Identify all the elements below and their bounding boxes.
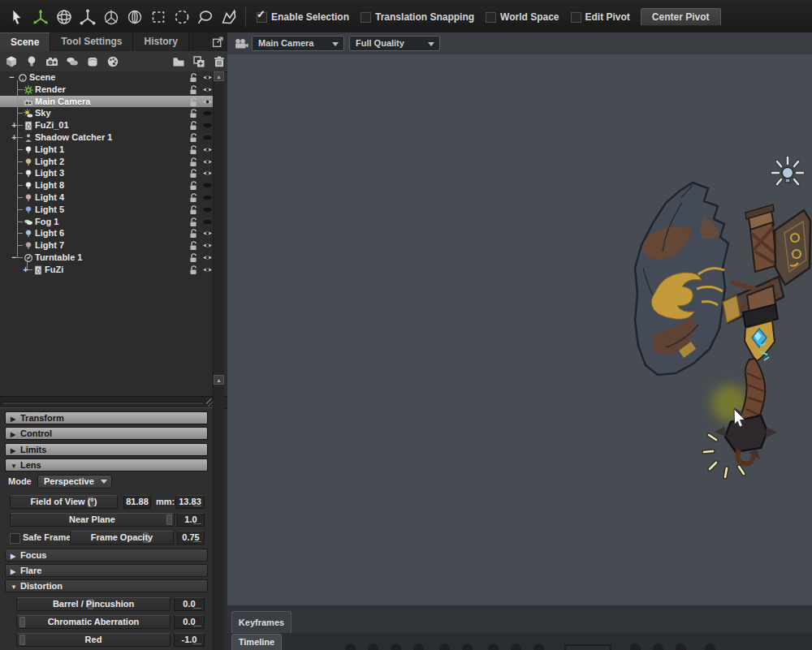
eye-closed-icon[interactable] [202,134,213,141]
lock-open-icon[interactable] [189,133,197,143]
eye-closed-icon[interactable] [202,182,213,189]
tree-item-fuzi[interactable]: + FuZi [0,264,213,277]
checkbox-icon[interactable] [361,12,371,23]
tree-item-shadow-catcher-1[interactable]: + Shadow Catcher 1 [0,131,213,144]
near-plane-value[interactable]: 1.0 [177,513,205,527]
add-light-icon[interactable] [24,54,41,70]
popout-icon[interactable] [212,36,224,48]
eye-open-icon[interactable] [202,74,213,81]
tree-item-turntable-1[interactable]: − Turntable 1 [0,252,213,265]
tree-item-light-5[interactable]: Light 5 [0,204,213,217]
eye-open-icon[interactable] [202,146,213,153]
tree-scrollbar[interactable]: ▲ ▼ [213,71,224,396]
slider-notch[interactable] [19,635,25,645]
tree-item-light-6[interactable]: Light 6 [0,227,213,240]
lock-open-icon[interactable] [189,265,197,275]
tree-item-light-1[interactable]: Light 1 [0,144,213,157]
section-flare[interactable]: ▶Flare [5,564,208,577]
tree-item-sky[interactable]: Sky [0,107,213,120]
red-slider-button[interactable]: Red [16,633,171,647]
section-focus[interactable]: ▶Focus [5,549,208,562]
lock-open-icon[interactable] [189,217,197,227]
element-falloff-sphere-tool-icon[interactable] [123,6,146,28]
frame-opacity-slider-button[interactable]: Frame Opacity [70,531,174,545]
eye-closed-icon[interactable] [202,110,213,117]
lock-open-icon[interactable] [189,253,197,263]
tab-scene[interactable]: Scene [0,32,50,51]
eye-open-icon[interactable] [202,254,213,261]
tab-tool-settings[interactable]: Tool Settings [50,32,133,51]
slider-notch[interactable] [19,617,25,627]
lock-open-icon[interactable] [189,181,197,191]
eye-open-icon[interactable] [202,98,213,105]
add-material-icon[interactable] [104,54,121,70]
circle-select-tool-icon[interactable] [170,6,193,28]
chromatic-aberration-value[interactable]: 0.0 [174,615,205,629]
eye-open-icon[interactable] [202,170,213,177]
toggle-translation-snapping[interactable]: Translation Snapping [361,11,474,23]
new-folder-icon[interactable] [170,54,187,70]
add-mesh-icon[interactable] [3,54,20,70]
tree-item-scene[interactable]: − Scene [0,71,213,84]
toggle-world-space[interactable]: World Space [486,11,559,23]
eye-open-icon[interactable] [202,86,213,93]
eye-open-icon[interactable] [202,230,213,237]
lasso-select-tool-icon[interactable] [193,6,217,28]
checkbox-icon[interactable] [486,12,496,23]
lock-open-icon[interactable] [189,157,197,167]
section-control[interactable]: ▶Control [5,427,208,440]
tree-expander[interactable]: − [8,74,15,81]
toggle-edit-pivot[interactable]: Edit Pivot [571,11,630,23]
camera-select-dropdown[interactable]: Main Camera [252,36,344,51]
section-transform[interactable]: ▶Transform [5,411,208,424]
add-environment-icon[interactable] [64,54,81,70]
add-camera-icon[interactable] [44,54,61,70]
select-arrow-tool-icon[interactable] [5,6,28,28]
lock-open-icon[interactable] [189,229,197,239]
lock-open-icon[interactable] [189,193,197,203]
checkbox-icon[interactable] [571,12,581,23]
barrel-pincushion-slider-button[interactable]: Barrel / Pincushion [16,597,171,611]
delete-icon[interactable] [210,54,227,70]
barrel-pincushion-value[interactable]: 0.0 [174,597,205,611]
near-plane-slider-button[interactable]: Near Plane [10,513,175,527]
mode-dropdown[interactable]: Perspective [37,475,112,489]
field-of-view-value[interactable]: 81.88 [123,495,151,509]
lock-open-icon[interactable] [189,97,197,107]
section-limits[interactable]: ▶Limits [5,443,208,456]
scroll-up-icon[interactable]: ▲ [214,71,224,81]
eye-closed-icon[interactable] [202,206,213,213]
tree-item-light-8[interactable]: Light 8 [0,179,213,192]
viewport-canvas[interactable] [227,54,812,605]
safe-frame-checkbox[interactable] [10,533,20,544]
eye-closed-icon[interactable] [202,122,213,129]
eye-open-icon[interactable] [202,242,213,249]
section-lens[interactable]: ▼Lens [5,458,208,471]
focal-length-mm-value[interactable]: 13.83 [175,495,205,509]
tree-item-light-3[interactable]: Light 3 [0,167,213,180]
lock-open-icon[interactable] [189,205,197,215]
tree-item-light-7[interactable]: Light 7 [0,239,213,252]
lock-open-icon[interactable] [189,169,197,179]
soft-selection-sphere-tool-icon[interactable] [99,6,123,28]
tree-item-light-4[interactable]: Light 4 [0,192,213,204]
polygon-lasso-select-tool-icon[interactable] [217,6,240,28]
new-group-icon[interactable] [190,54,207,70]
properties-scrollbar[interactable]: ▲ [213,375,224,650]
section-distortion[interactable]: ▼Distortion [5,579,208,592]
field-of-view-slider-button[interactable]: Field of View (°) [10,495,118,509]
move-tool-icon[interactable] [28,6,52,28]
rectangle-select-tool-icon[interactable] [146,6,170,28]
slider-notch[interactable] [166,514,172,525]
quality-select-dropdown[interactable]: Full Quality [349,36,440,51]
lock-open-icon[interactable] [189,241,197,251]
add-item-icon[interactable] [84,54,102,70]
tree-item-fuzi-01[interactable]: + FuZi_01 [0,119,213,132]
checkbox-icon[interactable] [257,12,267,23]
lock-open-icon[interactable] [189,145,197,155]
tab-timeline[interactable]: Timeline [231,634,282,650]
frame-opacity-value[interactable]: 0.75 [177,531,205,545]
tab-keyframes[interactable]: Keyframes [231,611,292,634]
rotate-tool-icon[interactable] [52,6,76,28]
red-value[interactable]: -1.0 [174,633,205,647]
